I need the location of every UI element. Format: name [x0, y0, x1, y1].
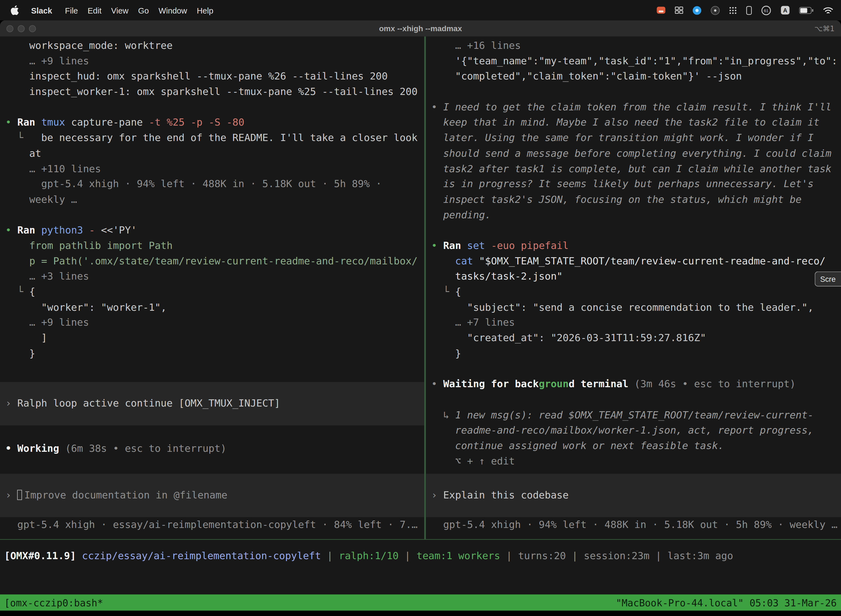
terminal-line: should send a message before completing … [431, 146, 841, 161]
window-titlebar[interactable]: omx --xhigh --madmax ⌥⌘1 [0, 21, 841, 37]
text-segment: tmux [41, 117, 71, 128]
text-segment: "subject": "send a concise recommendatio… [431, 301, 814, 313]
text-segment: | [500, 550, 518, 561]
text-segment: • [431, 101, 443, 113]
terminal-line: "completed","claim_token":"claim-token"}… [431, 69, 841, 84]
text-segment: cat [431, 255, 479, 267]
spacer [5, 471, 424, 474]
terminal-line: pending. [431, 207, 841, 223]
prompt-input-right[interactable]: › Explain this codebase [426, 474, 841, 517]
text-segment: gpt-5.4 xhigh · 94% left · 488K in · 5.1… [5, 178, 382, 189]
text-segment: workspace_mode: worktree [5, 40, 173, 51]
terminal-line: inspect_worker-1: omx sparkshell --tmux-… [5, 84, 424, 100]
menu-view[interactable]: View [106, 6, 133, 15]
battery-percent-badge[interactable]: 61 [761, 5, 771, 15]
macos-menu-bar: Slack FileEditViewGoWindowHelp 61A [0, 0, 841, 21]
tmux-status-bar: [omx-cczip0:bash* "MacBook-Pro-44.local"… [0, 594, 841, 610]
terminal-line: inspect_hud: omx sparkshell --tmux-pane … [5, 69, 424, 84]
zoom-button[interactable] [29, 25, 36, 32]
text-segment: gpt-5.4 xhigh · 94% left · 488K in · 5.1… [431, 519, 837, 530]
menu-edit[interactable]: Edit [83, 6, 106, 15]
text-segment: at [5, 147, 41, 159]
text-segment: cczip/essay/ai-reimplementation-copyleft [82, 550, 321, 561]
menu-help[interactable]: Help [192, 6, 218, 15]
dots-grid-icon[interactable] [729, 6, 737, 14]
menu-go[interactable]: Go [133, 6, 154, 15]
terminal-line: "worker": "worker-1", [5, 300, 424, 315]
app-menus: FileEditViewGoWindowHelp [60, 6, 218, 15]
text-segment: turns:20 [518, 550, 566, 561]
text-segment: › [5, 398, 17, 409]
text-segment: pending. [431, 209, 491, 220]
text-segment: - [89, 224, 101, 236]
ralph-loop-banner[interactable]: › Ralph loop active continue [OMX_TMUX_I… [0, 382, 424, 425]
tmux-pane-left[interactable]: workspace_mode: worktree … +9 lines insp… [0, 37, 424, 539]
text-segment: ] [5, 332, 47, 343]
text-segment: "completed","claim_token":"claim-token"}… [431, 70, 742, 82]
menu-window[interactable]: Window [154, 6, 192, 15]
terminal-line: • Ran tmux capture-pane -t %25 -p -S -80 [5, 115, 424, 131]
battery-icon[interactable] [799, 7, 813, 13]
terminal-line: … +7 lines [431, 315, 841, 331]
text-segment: … +3 lines [5, 270, 89, 282]
minimize-button[interactable] [18, 25, 25, 32]
text-segment: set [467, 240, 491, 251]
terminal-line [431, 361, 841, 377]
terminal-line: • Waiting for background terminal (3m 46… [431, 377, 841, 392]
terminal-line [5, 100, 424, 115]
text-segment: keep that in mind. Maybe I also need the… [431, 117, 819, 128]
text-segment: p = Path('.omx/state/team/review-current… [5, 255, 418, 267]
apple-menu-icon[interactable] [11, 5, 19, 15]
window-shortcut-hint: ⌥⌘1 [814, 24, 834, 32]
terminal-line: at [5, 146, 424, 161]
text-segment: } [431, 348, 461, 359]
terminal-line: ↳ 1 new msg(s): read $OMX_TEAM_STATE_ROO… [431, 407, 841, 423]
omx-status-line: [OMX#0.11.9] cczip/essay/ai-reimplementa… [0, 540, 841, 594]
text-segment: … +9 lines [5, 55, 89, 66]
terminal-line: '{"team_name":"my-team","task_id":"1","f… [431, 54, 841, 69]
active-app-menu[interactable]: Slack [26, 6, 57, 15]
text-segment: team:1 workers [417, 550, 500, 561]
terminal-line [5, 425, 424, 441]
text-segment: should send a message before completing … [431, 147, 832, 159]
terminal-line: is in progress? It seems likely but perh… [431, 177, 841, 192]
text-segment: … +16 lines [431, 40, 521, 51]
screen-recording-icon[interactable] [656, 6, 665, 14]
prompt-input-left[interactable]: › Improve documentation in @filename [0, 474, 424, 517]
text-segment: -t %25 -p -S -80 [149, 117, 244, 128]
menu-file[interactable]: File [60, 6, 83, 15]
blue-app-icon[interactable] [693, 6, 702, 15]
text-segment: last:3m ago [667, 550, 733, 561]
text-segment: └ [431, 286, 455, 297]
text-segment: | [399, 550, 417, 561]
text-segment: "worker": "worker-1", [5, 301, 167, 313]
tmux-host-clock: "MacBook-Pro-44.local" 05:03 31-Mar-26 [616, 597, 837, 608]
text-segment: └ [5, 286, 29, 297]
terminal-line: later. Using the same for transition mig… [431, 131, 841, 146]
text-segment: -euo pipefail [491, 240, 568, 251]
text-segment: • [431, 378, 443, 390]
text-segment: • [5, 224, 17, 236]
wifi-icon[interactable] [823, 6, 834, 14]
text-segment: { [455, 286, 462, 297]
terminal-line: … +16 lines [431, 38, 841, 54]
svg-text:61: 61 [764, 8, 768, 13]
terminal-line [431, 392, 841, 408]
text-segment: • Working [5, 442, 65, 454]
terminal-line: … +3 lines [5, 269, 424, 284]
tmux-pane-right[interactable]: … +16 lines '{"team_name":"my-team","tas… [426, 37, 841, 539]
window-grid-icon[interactable] [675, 6, 683, 14]
traffic-lights [6, 25, 36, 32]
phone-icon[interactable] [746, 6, 752, 15]
text-segment: } [5, 348, 35, 359]
terminal-line: gpt-5.4 xhigh · 94% left · 488K in · 5.1… [431, 517, 841, 532]
dark-circle-icon[interactable] [711, 6, 720, 15]
terminal-line: └ be necessary for the end of the README… [5, 131, 424, 146]
terminal-line: keep that in mind. Maybe I also need the… [431, 115, 841, 131]
text-segment: inspect_worker-1: omx sparkshell --tmux-… [5, 86, 418, 97]
text-segment: I need to get the claim token from the c… [443, 101, 831, 113]
input-source-icon[interactable]: A [780, 5, 790, 15]
terminal-line: … +9 lines [5, 54, 424, 69]
close-button[interactable] [6, 25, 13, 32]
text-segment: inspect task2's JSON, focusing on the st… [431, 194, 801, 205]
